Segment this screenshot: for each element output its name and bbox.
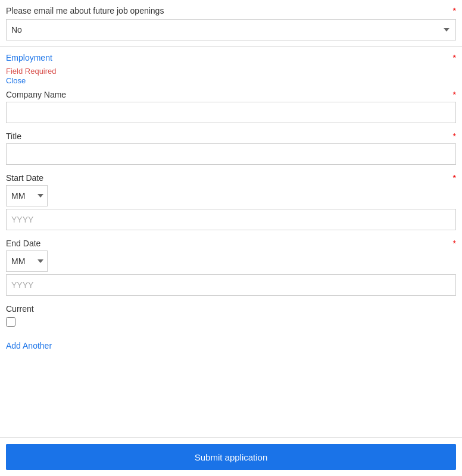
title-label: Title (6, 131, 21, 141)
end-date-month-select[interactable]: MM 010203 040506 070809 101112 (6, 250, 48, 272)
end-date-label: End Date (6, 239, 40, 248)
start-date-required-star: * (453, 173, 456, 183)
title-required-star: * (453, 131, 456, 141)
employment-heading: Employment (6, 53, 52, 62)
close-link[interactable]: Close (6, 76, 26, 85)
start-date-month-select[interactable]: MM 010203 040506 070809 101112 (6, 185, 48, 206)
submit-bar: Submit application (0, 437, 462, 476)
current-label-text: Current (6, 304, 34, 314)
current-checkbox[interactable] (6, 317, 15, 327)
email-label-text: Please email me about future job opening… (6, 6, 164, 15)
employment-required-star: * (453, 53, 456, 62)
start-date-label: Start Date (6, 173, 43, 183)
submit-button[interactable]: Submit application (6, 444, 456, 470)
end-date-year-input[interactable] (6, 274, 456, 296)
company-name-required-star: * (453, 90, 456, 99)
email-select[interactable]: No Yes (6, 19, 456, 40)
field-required-error: Field Required (6, 67, 57, 76)
company-name-label: Company Name (6, 90, 66, 99)
start-date-year-input[interactable] (6, 209, 456, 230)
company-name-input[interactable] (6, 102, 456, 123)
title-input[interactable] (6, 143, 456, 165)
add-another-link[interactable]: Add Another (6, 341, 52, 350)
email-required-star: * (453, 6, 456, 15)
end-date-required-star: * (453, 239, 456, 248)
